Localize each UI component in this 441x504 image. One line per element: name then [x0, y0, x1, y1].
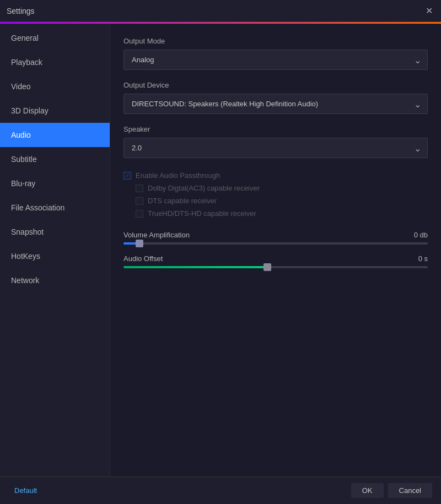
volume-value: 0 db: [414, 231, 428, 239]
sidebar-item-hotkeys[interactable]: HotKeys: [0, 244, 110, 268]
sidebar-item-video[interactable]: Video: [0, 74, 110, 99]
audio-offset-header: Audio Offset 0 s: [123, 254, 428, 263]
passthrough-group: Enable Audio Passthrough Dolby Digtal(AC…: [123, 169, 428, 220]
audio-offset-fill: [123, 266, 270, 268]
truehd-checkbox[interactable]: [136, 210, 143, 218]
audio-offset-slider-track[interactable]: [123, 266, 428, 268]
output-mode-label: Output Mode: [123, 37, 428, 45]
footer: Default OK Cancel: [0, 476, 441, 504]
dts-checkbox[interactable]: [136, 197, 143, 205]
footer-left: Default: [9, 483, 42, 498]
speaker-dropdown-wrapper: 2.0 2.1 5.1 7.1 ⌄: [123, 138, 428, 158]
sidebar: General Playback Video 3D Display Audio …: [0, 24, 110, 476]
audio-offset-title: Audio Offset: [123, 254, 163, 263]
passthrough-row[interactable]: Enable Audio Passthrough: [123, 169, 428, 182]
audio-offset-thumb[interactable]: [263, 263, 271, 271]
volume-slider-track[interactable]: [123, 242, 428, 245]
sidebar-item-3d-display[interactable]: 3D Display: [0, 99, 110, 123]
sidebar-item-blu-ray[interactable]: Blu-ray: [0, 171, 110, 196]
output-mode-select[interactable]: Analog Digital HDMI: [123, 50, 428, 70]
title-bar: Settings ✕: [0, 0, 441, 22]
passthrough-checkbox[interactable]: [123, 172, 131, 180]
cancel-button[interactable]: Cancel: [388, 483, 432, 498]
default-button[interactable]: Default: [9, 483, 42, 498]
volume-title: Volume Amplification: [123, 231, 190, 239]
volume-section: Volume Amplification 0 db: [123, 231, 428, 245]
sidebar-item-network[interactable]: Network: [0, 268, 110, 292]
speaker-label: Speaker: [123, 125, 428, 133]
dts-row[interactable]: DTS capable receiver: [136, 194, 428, 207]
sidebar-item-snapshot[interactable]: Snapshot: [0, 220, 110, 244]
window-title: Settings: [7, 7, 35, 15]
sidebar-item-playback[interactable]: Playback: [0, 50, 110, 74]
sidebar-item-audio[interactable]: Audio: [0, 123, 110, 147]
volume-header: Volume Amplification 0 db: [123, 231, 428, 239]
truehd-row[interactable]: TrueHD/DTS-HD capable receiver: [136, 207, 428, 220]
sidebar-item-file-association[interactable]: File Association: [0, 196, 110, 220]
dts-label: DTS capable receiver: [148, 197, 217, 205]
main-layout: General Playback Video 3D Display Audio …: [0, 24, 441, 476]
truehd-label: TrueHD/DTS-HD capable receiver: [148, 209, 256, 218]
close-button[interactable]: ✕: [423, 6, 434, 17]
audio-offset-section: Audio Offset 0 s: [123, 254, 428, 268]
speaker-select[interactable]: 2.0 2.1 5.1 7.1: [123, 138, 428, 158]
content-area: Output Mode Analog Digital HDMI ⌄ Output…: [110, 24, 441, 476]
dolby-label: Dolby Digtal(AC3) capable receiver: [148, 184, 260, 192]
footer-right: OK Cancel: [351, 483, 432, 498]
sidebar-item-subtitle[interactable]: Subtitle: [0, 147, 110, 171]
audio-offset-value: 0 s: [418, 254, 428, 263]
output-device-label: Output Device: [123, 81, 428, 89]
output-mode-dropdown-wrapper: Analog Digital HDMI ⌄: [123, 50, 428, 70]
output-device-select[interactable]: DIRECTSOUND: Speakers (Realtek High Defi…: [123, 94, 428, 114]
sidebar-item-general[interactable]: General: [0, 26, 110, 50]
dolby-checkbox[interactable]: [136, 185, 143, 192]
passthrough-label: Enable Audio Passthrough: [136, 171, 220, 180]
dolby-row[interactable]: Dolby Digtal(AC3) capable receiver: [136, 182, 428, 194]
ok-button[interactable]: OK: [351, 483, 384, 498]
volume-thumb[interactable]: [136, 240, 143, 247]
output-device-dropdown-wrapper: DIRECTSOUND: Speakers (Realtek High Defi…: [123, 94, 428, 114]
